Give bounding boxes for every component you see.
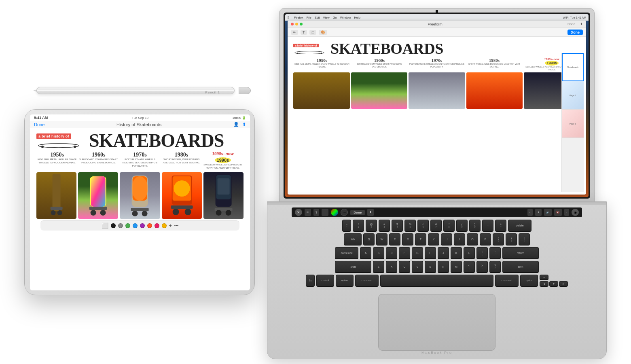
- key-5[interactable]: %5: [404, 220, 416, 232]
- key-arrow-left[interactable]: ◄: [540, 281, 548, 287]
- key-command-right[interactable]: command: [495, 275, 519, 287]
- toolbar-draw-btn[interactable]: ✏: [291, 30, 298, 35]
- menu-view[interactable]: View: [323, 16, 330, 19]
- key-option-left[interactable]: option: [336, 275, 354, 287]
- key-shift-left[interactable]: shift: [335, 261, 371, 273]
- key-s[interactable]: S: [373, 247, 384, 259]
- color-pink[interactable]: [155, 223, 159, 228]
- color-orange[interactable]: [147, 223, 152, 228]
- key-y[interactable]: Y: [428, 233, 439, 245]
- key-e[interactable]: E: [389, 233, 400, 245]
- key-8[interactable]: *8: [443, 220, 455, 232]
- key-tab[interactable]: tab: [344, 233, 362, 245]
- color-gray[interactable]: [118, 223, 123, 228]
- menu-go[interactable]: Go: [333, 16, 337, 19]
- key-c[interactable]: C: [399, 261, 410, 273]
- traffic-light-fullscreen[interactable]: [300, 23, 303, 25]
- ipad-done-button[interactable]: Done: [34, 122, 44, 127]
- touchbar-prev[interactable]: ‹: [527, 209, 532, 216]
- share-icon-right[interactable]: ⬆: [580, 22, 583, 26]
- touchbar-color[interactable]: [331, 209, 338, 216]
- color-yellow[interactable]: [162, 223, 167, 228]
- key-space[interactable]: [380, 275, 493, 287]
- key-h[interactable]: H: [425, 247, 436, 259]
- key-v[interactable]: V: [412, 261, 423, 273]
- key-r[interactable]: R: [402, 233, 413, 245]
- touchbar-line[interactable]: —: [322, 209, 328, 216]
- apple-menu-icon[interactable]: : [288, 15, 289, 20]
- key-p[interactable]: P: [480, 233, 491, 245]
- key-semicolon[interactable]: :;: [476, 247, 488, 259]
- ipad-share-icon[interactable]: ⬆: [242, 122, 246, 127]
- toolbar-shape-btn[interactable]: ◻: [309, 30, 316, 35]
- color-black[interactable]: [111, 223, 116, 228]
- key-k[interactable]: K: [451, 247, 462, 259]
- ipad-drawing-tools[interactable]: ⬜ + •••: [40, 220, 239, 231]
- key-l[interactable]: L: [464, 247, 475, 259]
- touchbar-star[interactable]: ✦: [535, 209, 542, 216]
- doc-thumb-3[interactable]: Page 3: [562, 110, 584, 138]
- color-green[interactable]: [125, 223, 130, 228]
- toolbar-text-btn[interactable]: T: [301, 30, 307, 35]
- touchbar-next[interactable]: ›: [564, 209, 569, 216]
- key-x[interactable]: X: [386, 261, 397, 273]
- touchbar-more[interactable]: ⋯: [341, 209, 348, 216]
- key-g[interactable]: G: [412, 247, 423, 259]
- key-command-left[interactable]: command: [355, 275, 379, 287]
- key-shift-right[interactable]: shift: [502, 261, 539, 273]
- key-1[interactable]: !1: [353, 220, 364, 232]
- color-blue[interactable]: [133, 223, 138, 228]
- traffic-light-close[interactable]: [291, 23, 294, 25]
- menu-firefox[interactable]: Firefox: [294, 16, 303, 19]
- key-f[interactable]: F: [399, 247, 410, 259]
- touchbar-siri[interactable]: ◉: [572, 209, 579, 216]
- key-i[interactable]: I: [454, 233, 465, 245]
- key-arrow-down[interactable]: ▼: [549, 281, 558, 287]
- key-backslash[interactable]: |\: [519, 233, 530, 245]
- touchbar-text[interactable]: T: [313, 209, 319, 216]
- key-tilde[interactable]: ~`: [342, 220, 351, 232]
- key-j[interactable]: J: [438, 247, 449, 259]
- key-arrow-right[interactable]: ►: [559, 281, 568, 287]
- menu-window[interactable]: Window: [340, 16, 351, 19]
- key-lbracket[interactable]: {[: [493, 233, 504, 245]
- touchbar-done-btn[interactable]: Done: [350, 210, 365, 215]
- plus-icon[interactable]: +: [169, 223, 172, 229]
- key-gt[interactable]: >.: [476, 261, 488, 273]
- key-q[interactable]: Q: [363, 233, 375, 245]
- menu-edit[interactable]: Edit: [315, 16, 320, 19]
- ipad-user-icon[interactable]: 👤: [233, 122, 239, 127]
- key-plus[interactable]: +=: [495, 220, 506, 232]
- menu-file[interactable]: File: [307, 16, 311, 19]
- key-rbracket[interactable]: }]: [506, 233, 517, 245]
- key-2[interactable]: @2: [366, 220, 377, 232]
- key-t[interactable]: T: [415, 233, 426, 245]
- key-arrow-up[interactable]: ▲: [540, 275, 548, 280]
- key-m[interactable]: M: [451, 261, 462, 273]
- doc-thumb-1[interactable]: Skateboards: [562, 53, 584, 81]
- touchbar-close[interactable]: ✕: [295, 209, 302, 216]
- key-return[interactable]: return: [502, 247, 539, 259]
- toolbar-done-btn[interactable]: Done: [567, 30, 583, 35]
- key-7[interactable]: &7: [430, 220, 442, 232]
- more-icon[interactable]: •••: [174, 223, 179, 228]
- key-4[interactable]: $4: [392, 220, 403, 232]
- key-lt[interactable]: <,: [464, 261, 475, 273]
- key-option-right[interactable]: option: [520, 275, 538, 287]
- key-capslock[interactable]: caps lock: [335, 247, 358, 259]
- key-a[interactable]: A: [360, 247, 371, 259]
- touchbar-mute[interactable]: 🔇: [554, 209, 562, 216]
- eraser-icon[interactable]: ⬜: [102, 222, 108, 229]
- key-u[interactable]: U: [441, 233, 452, 245]
- key-o[interactable]: O: [467, 233, 478, 245]
- doc-thumb-2[interactable]: Page 2: [562, 81, 584, 110]
- app-toolbar[interactable]: ✏ T ◻ 🎨 Done: [288, 28, 586, 37]
- key-minus[interactable]: _-: [482, 220, 493, 232]
- toolbar-color-btn[interactable]: 🎨: [319, 30, 327, 35]
- key-n[interactable]: N: [438, 261, 449, 273]
- key-delete[interactable]: delete: [508, 220, 531, 232]
- key-d[interactable]: D: [386, 247, 397, 259]
- ipad-toolbar[interactable]: Done History of Skateboards 👤 ⬆: [30, 121, 250, 128]
- key-9[interactable]: (9: [456, 220, 468, 232]
- key-0[interactable]: )0: [469, 220, 481, 232]
